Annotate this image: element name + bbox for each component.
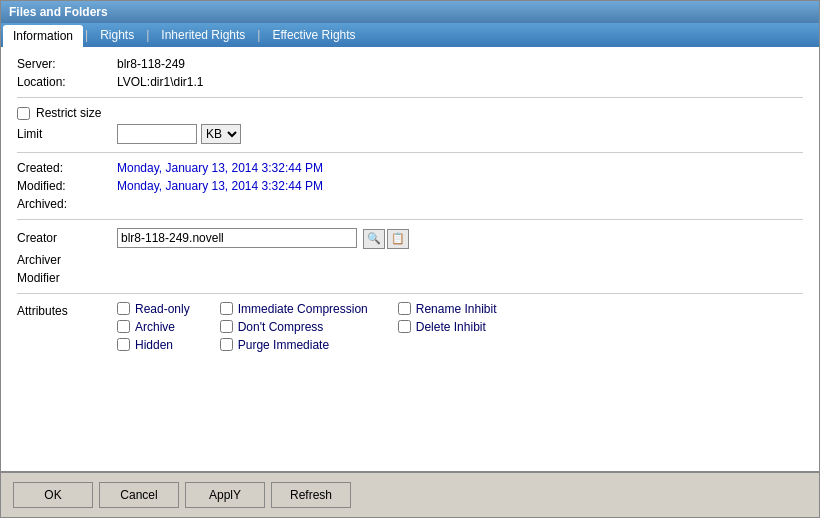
divider-3: [17, 219, 803, 220]
attr-rename-inhibit-label[interactable]: Rename Inhibit: [416, 302, 497, 316]
server-value: blr8-118-249: [117, 57, 185, 71]
attr-dont-compress-label[interactable]: Don't Compress: [238, 320, 324, 334]
attr-immediate-compression-checkbox[interactable]: [220, 302, 233, 315]
attr-dont-compress-checkbox[interactable]: [220, 320, 233, 333]
creator-search-button[interactable]: 🔍: [363, 229, 385, 249]
archiver-row: Archiver: [17, 253, 803, 267]
apply-button[interactable]: ApplY: [185, 482, 265, 508]
divider-4: [17, 293, 803, 294]
tab-rights[interactable]: Rights: [90, 23, 144, 47]
server-row: Server: blr8-118-249: [17, 57, 803, 71]
modifier-row: Modifier: [17, 271, 803, 285]
cancel-button[interactable]: Cancel: [99, 482, 179, 508]
attr-purge-immediate: Purge Immediate: [220, 338, 368, 352]
search-icon: 🔍: [367, 232, 381, 245]
title-bar: Files and Folders: [1, 1, 819, 23]
attr-archive-checkbox[interactable]: [117, 320, 130, 333]
attributes-col-1: Read-only Archive Hidden: [117, 302, 190, 352]
browse-icon: 📋: [391, 232, 405, 245]
attr-rename-inhibit-checkbox[interactable]: [398, 302, 411, 315]
creator-browse-button[interactable]: 📋: [387, 229, 409, 249]
refresh-button[interactable]: Refresh: [271, 482, 351, 508]
attr-dont-compress: Don't Compress: [220, 320, 368, 334]
server-label: Server:: [17, 57, 117, 71]
restrict-size-checkbox[interactable]: [17, 107, 30, 120]
attr-purge-immediate-label[interactable]: Purge Immediate: [238, 338, 329, 352]
tab-effective-rights[interactable]: Effective Rights: [262, 23, 365, 47]
creator-buttons: 🔍 📋: [361, 229, 409, 249]
limit-row: Limit KB MB GB: [17, 124, 803, 144]
attributes-section: Attributes Read-only Archive Hidden: [17, 302, 803, 352]
limit-input[interactable]: [117, 124, 197, 144]
divider-1: [17, 97, 803, 98]
footer: OK Cancel ApplY Refresh: [1, 471, 819, 517]
modifier-label: Modifier: [17, 271, 117, 285]
location-label: Location:: [17, 75, 117, 89]
modified-label: Modified:: [17, 179, 117, 193]
created-row: Created: Monday, January 13, 2014 3:32:4…: [17, 161, 803, 175]
attr-immediate-compression: Immediate Compression: [220, 302, 368, 316]
location-value: LVOL:dir1\dir1.1: [117, 75, 204, 89]
attributes-label: Attributes: [17, 302, 117, 318]
divider-2: [17, 152, 803, 153]
ok-button[interactable]: OK: [13, 482, 93, 508]
attr-readonly: Read-only: [117, 302, 190, 316]
tab-separator-3: |: [255, 23, 262, 47]
attr-hidden-label[interactable]: Hidden: [135, 338, 173, 352]
location-row: Location: LVOL:dir1\dir1.1: [17, 75, 803, 89]
attr-hidden: Hidden: [117, 338, 190, 352]
restrict-size-row: Restrict size: [17, 106, 803, 120]
tab-separator-1: |: [83, 23, 90, 47]
archived-label: Archived:: [17, 197, 117, 211]
attr-rename-inhibit: Rename Inhibit: [398, 302, 497, 316]
limit-label: Limit: [17, 127, 117, 141]
created-label: Created:: [17, 161, 117, 175]
limit-unit-select[interactable]: KB MB GB: [201, 124, 241, 144]
attr-delete-inhibit-label[interactable]: Delete Inhibit: [416, 320, 486, 334]
attr-archive-label[interactable]: Archive: [135, 320, 175, 334]
attr-delete-inhibit: Delete Inhibit: [398, 320, 497, 334]
attr-purge-immediate-checkbox[interactable]: [220, 338, 233, 351]
content-area: Server: blr8-118-249 Location: LVOL:dir1…: [1, 47, 819, 471]
attributes-columns: Read-only Archive Hidden Immedi: [117, 302, 496, 352]
attr-immediate-compression-label[interactable]: Immediate Compression: [238, 302, 368, 316]
creator-row: Creator 🔍 📋: [17, 228, 803, 249]
attr-delete-inhibit-checkbox[interactable]: [398, 320, 411, 333]
archiver-label: Archiver: [17, 253, 117, 267]
tab-bar: Information | Rights | Inherited Rights …: [1, 23, 819, 47]
attributes-col-2: Immediate Compression Don't Compress Pur…: [220, 302, 368, 352]
creator-input[interactable]: [117, 228, 357, 248]
attr-readonly-label[interactable]: Read-only: [135, 302, 190, 316]
tab-separator-2: |: [144, 23, 151, 47]
modified-row: Modified: Monday, January 13, 2014 3:32:…: [17, 179, 803, 193]
attr-hidden-checkbox[interactable]: [117, 338, 130, 351]
created-value: Monday, January 13, 2014 3:32:44 PM: [117, 161, 323, 175]
attr-readonly-checkbox[interactable]: [117, 302, 130, 315]
tab-inherited-rights[interactable]: Inherited Rights: [151, 23, 255, 47]
modified-value: Monday, January 13, 2014 3:32:44 PM: [117, 179, 323, 193]
attr-archive: Archive: [117, 320, 190, 334]
attributes-col-3: Rename Inhibit Delete Inhibit: [398, 302, 497, 352]
archived-row: Archived:: [17, 197, 803, 211]
tab-information[interactable]: Information: [3, 25, 83, 47]
main-window: Files and Folders Information | Rights |…: [0, 0, 820, 518]
restrict-size-label[interactable]: Restrict size: [36, 106, 101, 120]
window-title: Files and Folders: [9, 5, 108, 19]
creator-label: Creator: [17, 231, 117, 245]
